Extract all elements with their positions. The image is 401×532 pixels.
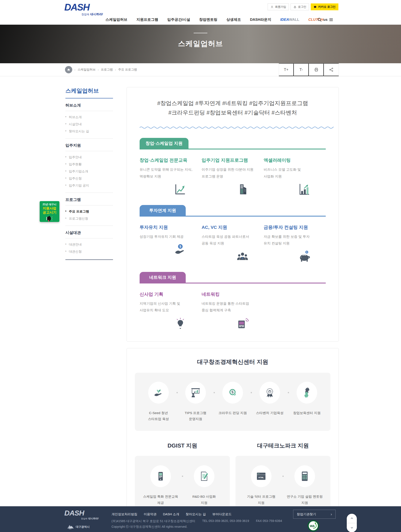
support-item: 금융/투자 컨설팅 지원 자금 확보를 위한 보증 및 투자유치 컨설팅 지원 <box>264 224 326 262</box>
wave-divider <box>140 126 334 128</box>
bars-up-icon <box>264 180 318 196</box>
sidebar-section-label[interactable]: 입주지원 <box>65 139 113 151</box>
nav-item[interactable]: DASH라운지 <box>250 17 271 22</box>
sidebar-item[interactable]: 주요 프로그램 <box>65 208 113 215</box>
footer-link[interactable]: 이용약관 <box>144 512 157 516</box>
print-button[interactable] <box>309 63 324 76</box>
support-item-desc: 지역기업의 신사업 기획 및사업유치 확대 도모 <box>140 300 194 313</box>
support-item-title: 네트워킹 <box>202 291 256 297</box>
support-item: 신사업 기획 지역기업의 신사업 기획 및사업유치 확대 도모 <box>140 291 202 329</box>
kakao-login-button[interactable]: 카카오 로그인 <box>311 3 338 10</box>
sidebar-item[interactable]: 입주신청 <box>65 175 113 182</box>
sidebar-item[interactable]: 입주기업 공지 <box>65 182 113 189</box>
signup-button[interactable]: 회원가입 <box>268 3 289 10</box>
support-notice-banner[interactable]: 21년 대구시 지원사업 공고시기 <box>40 201 59 222</box>
share-button[interactable] <box>324 63 339 76</box>
utility-bar: 회원가입 로그인 카카오 로그인 <box>268 3 338 10</box>
nav-item[interactable]: 스케일업허브 <box>106 17 127 22</box>
footer-link[interactable]: 뷰어다운로드 <box>212 512 232 516</box>
breadcrumb-item[interactable]: 스케일업허브 <box>78 68 96 72</box>
find-agency-button[interactable]: 창업기관찾기› <box>293 510 336 519</box>
menu-icon[interactable] <box>329 17 334 22</box>
sidebar-section-label[interactable]: 프로그램 <box>65 193 113 205</box>
programs-card: #창업스케일업 #투자연계 #네트워킹 #입주기업지원프로그램 #크라우드펀딩 … <box>127 87 339 342</box>
sidebar-item[interactable]: 입주안내 <box>65 154 113 161</box>
support-item: AC, VC 지원 스타트업 육성 공동 파트너로서공동 육성 지원 <box>202 224 264 262</box>
support-section: 창업·스케일업 지원 창업·스케일업 전문교육 유니콘 도약을 위해 요구되는 … <box>140 138 326 195</box>
sidebar-item[interactable]: 입주기업소개 <box>65 168 113 175</box>
phone-icon <box>150 465 171 487</box>
section-badge: 투자연계 지원 <box>140 205 186 216</box>
sidebar-item[interactable]: 대관신청 <box>65 248 113 255</box>
program-item-label: 스케일업 특화 전문교육제공 <box>141 494 181 506</box>
breadcrumb-separator: › <box>115 68 116 71</box>
nav-brand-ideawall[interactable]: IDEAWALL <box>280 18 299 22</box>
font-larger-button[interactable]: T+ <box>279 63 294 76</box>
logo-text: DASH <box>64 3 103 12</box>
sidebar-section-label[interactable]: 시설대관 <box>65 226 113 238</box>
support-item-desc: 네트워킹 운영을 통한 스타트업중심 협력체계 구축 <box>202 300 256 313</box>
sidebar-section: 허브소개허브소개시설안내찾아오시는 길 <box>65 98 113 139</box>
support-item-title: 신사업 기획 <box>140 291 194 297</box>
program-item: HTML 기술 닥터 프로그램지원 <box>242 465 281 506</box>
scroll-down-button[interactable] <box>347 523 357 532</box>
sidebar-item[interactable]: 프로그램신청 <box>65 215 113 222</box>
program-item: C-Seed 청년스타트업 육성 <box>142 382 175 422</box>
footer-links: 개인정보처리방침이용약관DASH 소개찾아오시는 길뷰어다운로드 <box>112 512 232 516</box>
nav-item[interactable]: 상생제조 <box>226 17 241 22</box>
daegu-city-logo[interactable]: DAEGU 대구광역시 <box>67 524 90 529</box>
footer-link[interactable]: DASH 소개 <box>163 512 179 516</box>
breadcrumb-item[interactable]: 프로그램 <box>101 68 113 72</box>
search-icon[interactable] <box>317 17 322 22</box>
support-item: 투자유치 지원 성장기업 투자유치 기회 제공 <box>140 224 202 262</box>
program-item: 창업보육센터 지원 <box>291 382 323 416</box>
program-item: TIPS 프로그램운영지원 <box>179 382 212 422</box>
kakao-bubble-icon <box>313 5 317 9</box>
home-button[interactable] <box>65 66 72 73</box>
dash-logo[interactable]: DASH 창업에 대시하라! <box>64 3 103 16</box>
section-badge: 창업·스케일업 지원 <box>140 138 189 149</box>
support-section: 네트워크 지원 신사업 기획 지역기업의 신사업 기획 및사업유치 확대 도모 … <box>140 272 326 329</box>
page-tools: T+ T- <box>279 63 339 76</box>
hand-coin-icon <box>140 240 194 256</box>
support-item-desc: 이주기업 성장을 위한 다분야 지원프로그램 운영 <box>202 166 256 179</box>
nav-item[interactable]: 입주공간/시설 <box>167 17 190 22</box>
sidebar-title: 스케일업허브 <box>65 87 113 98</box>
footer-link[interactable]: 개인정보처리방침 <box>112 512 137 516</box>
dot-separator <box>182 476 183 477</box>
breadcrumb-item[interactable]: 주요 프로그램 <box>118 68 137 72</box>
sidebar-item[interactable]: 찾아오시는 길 <box>65 128 113 135</box>
presentation-icon <box>185 382 206 404</box>
font-smaller-button[interactable]: T- <box>294 63 309 76</box>
dgist-title: DGIST 지원 <box>135 442 230 450</box>
support-item-title: AC, VC 지원 <box>202 224 256 230</box>
support-item: 창업·스케일업 전문교육 유니콘 도약을 위해 요구되는 지식,역량확보 지원 <box>140 157 202 195</box>
header: DASH 창업에 대시하라! 스케일업허브지원프로그램입주공간/시설창업멘토링상… <box>0 0 401 25</box>
nav-item[interactable]: 지원프로그램 <box>136 17 158 22</box>
scroll-up-button[interactable] <box>347 514 357 523</box>
program-item-label: 창업보육센터 지원 <box>291 410 323 416</box>
footer-link[interactable]: 찾아오시는 길 <box>186 512 206 516</box>
sidebar-item[interactable]: 대관안내 <box>65 241 113 248</box>
sidebar-item[interactable]: 입주현황 <box>65 161 113 168</box>
dot-separator <box>282 476 284 477</box>
footer-logo-text: DASH <box>64 509 99 517</box>
sidebar-item[interactable]: 허브소개 <box>65 114 113 121</box>
html-browser-icon: HTML <box>251 465 272 487</box>
sidebar-section: 프로그램주요 프로그램프로그램신청 <box>65 193 113 226</box>
support-item: 엑셀러레이팅 비즈니스 모델 고도화 및사업화 지원 <box>264 157 326 195</box>
footer-address: (우)41585 대구광역시 북구 호암로 51 대구창조경제혁신센터 <box>112 519 195 523</box>
chart-up-icon <box>140 180 194 196</box>
technopark-section: 대구테크노파크 지원 HTML 기술 닥터 프로그램지원 연구소 기업 설립 멘… <box>236 442 331 506</box>
chevron-down-icon <box>350 526 354 530</box>
login-button[interactable]: 로그인 <box>291 3 309 10</box>
sidebar-item[interactable]: 시설안내 <box>65 121 113 128</box>
hero-divider <box>194 33 207 33</box>
dgist-section: DGIST 지원 스케일업 특화 전문교육제공 R&D BD 사업화지원 <box>135 442 230 506</box>
sidebar-section-label[interactable]: 허브소개 <box>65 98 113 111</box>
people-icon <box>202 247 256 262</box>
dot-separator <box>214 392 215 393</box>
doc-pencil-icon <box>194 465 214 487</box>
nav-item[interactable]: 창업멘토링 <box>199 17 217 22</box>
footer-logo[interactable]: DASH 창업에 대시하라! <box>64 509 99 520</box>
